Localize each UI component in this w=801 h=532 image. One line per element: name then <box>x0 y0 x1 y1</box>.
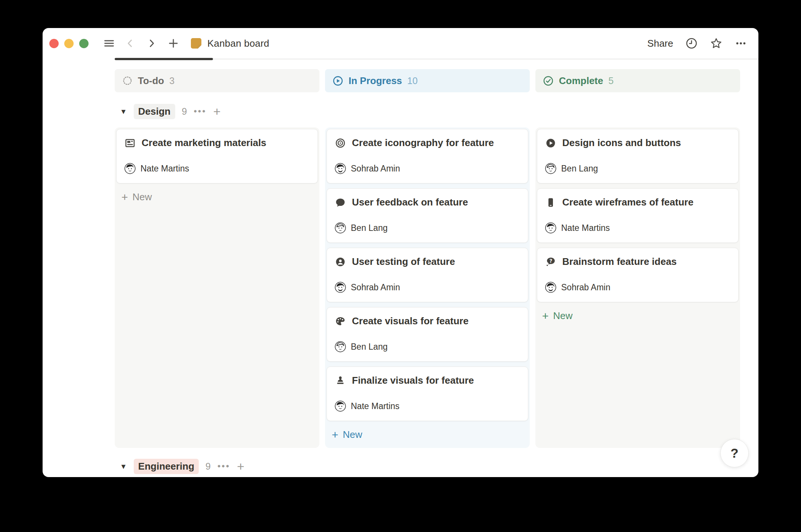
dashed-circle-icon <box>122 75 133 86</box>
plus-icon: + <box>542 310 549 322</box>
new-card-button-in-progress[interactable]: + New <box>327 426 528 443</box>
avatar-sohrab-amin <box>545 282 556 293</box>
close-window-button[interactable] <box>49 39 59 48</box>
hamburger-icon <box>103 37 115 49</box>
chevron-right-icon <box>146 38 157 49</box>
group-add-button[interactable]: + <box>213 105 221 118</box>
assignee-name: Nate Martins <box>561 223 610 233</box>
share-button[interactable]: Share <box>647 38 673 49</box>
card-title: Create wireframes of feature <box>562 197 693 208</box>
bullseye-icon <box>335 137 346 149</box>
column-header-complete[interactable]: Complete 5 <box>535 69 740 92</box>
assignee-name: Ben Lang <box>351 223 387 233</box>
group-row-design: ▼ Design 9 ••• + <box>120 103 758 120</box>
card-title: Design icons and buttons <box>562 137 681 149</box>
svg-text:?: ? <box>550 257 553 263</box>
person-circle-icon <box>335 256 346 267</box>
card-finalize-visuals[interactable]: Finalize visuals for feature Nate Martin… <box>327 366 528 421</box>
updates-button[interactable] <box>685 37 698 50</box>
card-title: User feedback on feature <box>352 197 468 208</box>
assignee-row: Ben Lang <box>335 341 520 352</box>
nav-back-button[interactable] <box>124 37 136 50</box>
avatar-ben-lang <box>335 341 346 352</box>
column-header-in-progress[interactable]: In Progress 10 <box>325 69 530 92</box>
group-count: 9 <box>182 106 187 117</box>
desktop-background: Kanban board Share <box>0 0 801 532</box>
plus-icon <box>167 37 179 49</box>
card-title: Finalize visuals for feature <box>352 375 474 386</box>
newspaper-icon <box>124 137 136 149</box>
column-count: 10 <box>407 75 418 86</box>
column-label: In Progress <box>349 75 402 87</box>
assignee-name: Nate Martins <box>140 164 189 174</box>
nav-forward-button[interactable] <box>145 37 158 50</box>
column-todo: Create marketing materials Nate Martins <box>115 127 319 448</box>
assignee-name: Nate Martins <box>351 401 399 411</box>
avatar-sohrab-amin <box>335 282 346 293</box>
thought-bubble-question-icon: ? <box>545 256 556 267</box>
assignee-row: Nate Martins <box>124 163 310 174</box>
plus-icon: + <box>121 192 128 203</box>
group-add-button[interactable]: + <box>237 460 244 473</box>
check-circle-icon <box>543 75 554 86</box>
window-topbar: Kanban board Share <box>43 28 758 59</box>
card-create-wireframes[interactable]: Create wireframes of feature Nate Martin… <box>537 188 739 243</box>
column-complete: Design icons and buttons Ben Lang <box>535 127 740 448</box>
chevron-left-icon <box>124 38 136 49</box>
card-title: User testing of feature <box>352 256 455 267</box>
play-circle-outline-icon <box>333 75 343 86</box>
palette-icon <box>335 316 346 327</box>
new-label: New <box>343 429 362 440</box>
column-count: 3 <box>169 75 174 86</box>
sidebar-menu-button[interactable] <box>103 37 115 50</box>
card-user-testing[interactable]: User testing of feature Sohrab Amin <box>327 248 528 302</box>
card-user-feedback[interactable]: User feedback on feature Ben Lang <box>327 188 528 243</box>
card-title: Brainstorm feature ideas <box>562 256 677 267</box>
ellipsis-icon <box>734 37 747 50</box>
app-window: Kanban board Share <box>43 28 758 477</box>
group-tag-design[interactable]: Design <box>134 104 175 119</box>
assignee-row: Nate Martins <box>545 222 730 233</box>
favorite-button[interactable] <box>710 37 723 50</box>
new-card-button-complete[interactable]: + New <box>537 307 739 325</box>
collapse-triangle-icon[interactable]: ▼ <box>120 108 127 115</box>
column-in-progress: Create iconography for feature Sohrab Am… <box>325 127 530 448</box>
help-button[interactable]: ? <box>720 439 749 467</box>
fullscreen-window-button[interactable] <box>79 39 89 48</box>
card-title: Create visuals for feature <box>352 315 468 327</box>
kanban-board: To-do 3 In Progress 10 Compl <box>43 59 758 475</box>
board-columns: Create marketing materials Nate Martins <box>115 127 758 448</box>
group-options-button[interactable]: ••• <box>194 106 206 117</box>
page-title: Kanban board <box>207 38 269 49</box>
card-create-iconography[interactable]: Create iconography for feature Sohrab Am… <box>327 129 528 183</box>
clock-icon <box>685 37 698 50</box>
assignee-name: Sohrab Amin <box>561 282 610 293</box>
play-circle-icon <box>545 137 556 149</box>
avatar-nate-martins <box>124 163 136 174</box>
group-tag-engineering[interactable]: Engineering <box>134 459 199 474</box>
assignee-row: Sohrab Amin <box>545 282 730 293</box>
column-count: 5 <box>608 75 613 86</box>
assignee-name: Sohrab Amin <box>351 282 400 293</box>
status-header-row: To-do 3 In Progress 10 Compl <box>115 69 758 92</box>
card-create-visuals[interactable]: Create visuals for feature Ben Lang <box>327 307 528 362</box>
avatar-ben-lang <box>545 163 556 174</box>
group-count: 9 <box>205 461 211 472</box>
new-page-button[interactable] <box>167 37 180 50</box>
group-row-engineering: ▼ Engineering 9 ••• + <box>120 458 758 475</box>
card-create-marketing-materials[interactable]: Create marketing materials Nate Martins <box>116 129 318 183</box>
card-brainstorm-ideas[interactable]: ? Brainstorm feature ideas <box>537 248 739 302</box>
collapse-triangle-icon[interactable]: ▼ <box>120 463 127 470</box>
assignee-row: Ben Lang <box>545 163 730 174</box>
new-label: New <box>553 310 573 322</box>
avatar-ben-lang <box>335 222 346 233</box>
minimize-window-button[interactable] <box>64 39 74 48</box>
new-label: New <box>133 191 152 203</box>
assignee-name: Ben Lang <box>561 164 598 174</box>
new-card-button-todo[interactable]: + New <box>116 188 318 206</box>
group-options-button[interactable]: ••• <box>217 461 230 471</box>
assignee-row: Ben Lang <box>335 222 520 233</box>
column-header-todo[interactable]: To-do 3 <box>115 69 319 92</box>
card-design-icons-buttons[interactable]: Design icons and buttons Ben Lang <box>537 129 739 183</box>
more-options-button[interactable] <box>734 37 747 50</box>
